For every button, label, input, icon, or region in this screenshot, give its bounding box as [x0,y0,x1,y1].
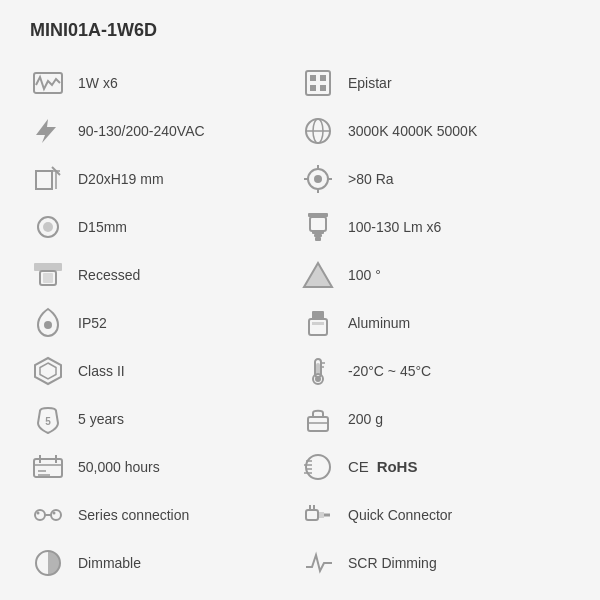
svg-point-62 [53,512,56,515]
spec-row-right-2: >80 Ra [300,155,570,203]
lumen-icon [300,209,336,245]
svg-point-61 [37,512,40,515]
svg-rect-34 [309,319,327,335]
color-temp-icon [300,113,336,149]
svg-point-53 [306,455,330,479]
spec-row-left-1: 90-130/200-240VAC [30,107,300,155]
svg-rect-29 [43,273,53,283]
svg-rect-23 [310,217,326,231]
svg-point-58 [35,510,45,520]
svg-rect-27 [34,263,62,271]
product-title: MINI01A-1W6D [30,20,570,41]
svg-point-15 [314,175,322,183]
specs-grid: 1W x6Epistar90-130/200-240VAC3000K 4000K… [30,59,570,587]
spec-label-right-4: 100 ° [348,266,381,284]
recessed-icon [30,257,66,293]
led-chip-icon [300,65,336,101]
svg-rect-25 [314,234,322,237]
weight-icon [300,401,336,437]
svg-rect-33 [312,311,324,319]
spec-row-left-4: Recessed [30,251,300,299]
spec-row-left-9: Series connection [30,491,300,539]
spec-row-right-1: 3000K 4000K 5000K [300,107,570,155]
spec-label-left-5: IP52 [78,314,107,332]
spec-label-left-3: D15mm [78,218,127,236]
svg-rect-10 [36,171,52,189]
warranty-icon: 5 [30,401,66,437]
spec-label-left-10: Dimmable [78,554,141,572]
svg-marker-30 [304,263,332,287]
spec-label-left-0: 1W x6 [78,74,118,92]
spec-row-left-3: D15mm [30,203,300,251]
svg-rect-1 [306,71,330,95]
svg-rect-35 [312,322,324,325]
spec-row-left-8: 50,000 hours [30,443,300,491]
dimension-icon [30,161,66,197]
main-container: MINI01A-1W6D 1W x6Epistar90-130/200-240V… [0,0,600,600]
svg-rect-64 [318,512,324,518]
lifetime-icon [30,449,66,485]
svg-rect-24 [312,231,324,234]
spec-row-left-6: Class II [30,347,300,395]
spec-label-right-3: 100-130 Lm x6 [348,218,441,236]
svg-rect-2 [310,75,316,81]
svg-marker-36 [35,358,61,384]
material-icon [300,305,336,341]
spec-label-left-6: Class II [78,362,125,380]
spec-label-left-1: 90-130/200-240VAC [78,122,205,140]
spec-label-right-6: -20°C ~ 45°C [348,362,431,380]
spec-row-left-5: IP52 [30,299,300,347]
temp-icon [300,353,336,389]
scr-icon [300,545,336,581]
svg-rect-63 [306,510,318,520]
angle-icon [300,257,336,293]
svg-marker-37 [40,363,56,379]
svg-rect-41 [316,363,320,375]
spec-label-right-7: 200 g [348,410,383,428]
spec-row-right-9: Quick Connector [300,491,570,539]
svg-text:5: 5 [45,416,51,427]
spec-row-left-7: 55 years [30,395,300,443]
spec-label-right-0: Epistar [348,74,392,92]
svg-rect-5 [320,85,326,91]
spec-row-right-4: 100 ° [300,251,570,299]
spec-label-left-7: 5 years [78,410,124,428]
spec-label-right-10: SCR Dimming [348,554,437,572]
dimmable-icon [30,545,66,581]
power-icon [30,113,66,149]
spec-row-right-6: -20°C ~ 45°C [300,347,570,395]
spec-label-left-2: D20xH19 mm [78,170,164,188]
svg-point-40 [315,376,321,382]
svg-rect-3 [320,75,326,81]
svg-point-32 [44,321,52,329]
svg-rect-4 [310,85,316,91]
beam-icon [30,209,66,245]
spec-label-left-4: Recessed [78,266,140,284]
series-icon [30,497,66,533]
svg-marker-6 [36,119,56,143]
ra-icon [300,161,336,197]
certification-icon [300,449,336,485]
spec-row-right-7: 200 g [300,395,570,443]
waveform-icon [30,65,66,101]
spec-label-right-8: CE RoHS [348,457,417,477]
spec-label-left-8: 50,000 hours [78,458,160,476]
spec-label-right-9: Quick Connector [348,506,452,524]
svg-point-21 [43,222,53,232]
spec-label-left-9: Series connection [78,506,189,524]
spec-row-right-8: CE RoHS [300,443,570,491]
spec-row-right-3: 100-130 Lm x6 [300,203,570,251]
spec-label-right-5: Aluminum [348,314,410,332]
spec-row-left-2: D20xH19 mm [30,155,300,203]
svg-rect-26 [315,237,321,241]
ip-icon [30,305,66,341]
class2-icon [30,353,66,389]
spec-row-right-10: SCR Dimming [300,539,570,587]
svg-rect-45 [308,417,328,431]
svg-point-59 [51,510,61,520]
spec-row-left-10: Dimmable [30,539,300,587]
connector-icon [300,497,336,533]
spec-label-right-2: >80 Ra [348,170,394,188]
spec-label-right-1: 3000K 4000K 5000K [348,122,477,140]
spec-row-right-0: Epistar [300,59,570,107]
